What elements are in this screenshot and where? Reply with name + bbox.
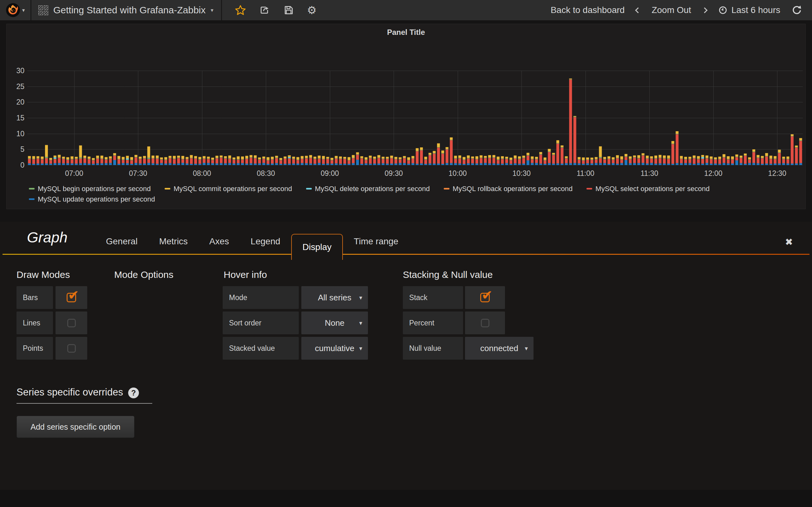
tab-display[interactable]: Display xyxy=(291,234,343,260)
y-tick-label: 5 xyxy=(10,145,24,154)
tab-legend[interactable]: Legend xyxy=(240,234,291,249)
checkbox-icon: ✔ xyxy=(480,293,490,302)
save-button[interactable] xyxy=(283,4,294,16)
mode-options-title: Mode Options xyxy=(114,269,173,280)
draw-mode-lines-checkbox[interactable]: ✔ xyxy=(55,312,87,334)
legend-color-dash xyxy=(306,188,312,189)
dashboard-area: Panel Title 051015202530 07:0007:3008:00… xyxy=(0,20,812,222)
share-icon xyxy=(259,4,270,16)
legend-item-update[interactable]: MySQL update operations per second xyxy=(29,195,155,204)
grafana-logo-icon xyxy=(6,3,20,17)
dashboard-title-button[interactable]: Getting Started with Grafana-Zabbix ▾ xyxy=(32,0,221,20)
legend-item-rollback[interactable]: MySQL rollback operations per second xyxy=(444,185,572,193)
legend-item-commit[interactable]: MySQL commit operations per second xyxy=(165,185,292,193)
tab-general[interactable]: General xyxy=(95,234,148,249)
refresh-icon xyxy=(792,5,802,15)
time-shift-back-button[interactable] xyxy=(636,8,640,12)
time-range-button[interactable]: Last 6 hours xyxy=(718,5,780,15)
draw-mode-bars-checkbox[interactable]: ✔ xyxy=(55,286,87,309)
x-tick-label: 07:00 xyxy=(58,169,90,178)
chevron-down-icon: ▾ xyxy=(359,345,362,352)
legend-color-dash xyxy=(587,188,592,189)
legend-item-begin[interactable]: MySQL begin operations per second xyxy=(29,185,151,193)
draw-mode-points-label: Points xyxy=(16,337,53,360)
dashboard-title: Getting Started with Grafana-Zabbix xyxy=(53,5,206,15)
chevron-down-icon: ▾ xyxy=(211,8,213,13)
checkmark-icon: ✔ xyxy=(481,287,493,303)
legend-item-delete[interactable]: MySQL delete operations per second xyxy=(306,185,430,193)
tab-metrics[interactable]: Metrics xyxy=(148,234,199,249)
close-editor-button[interactable]: ✖ xyxy=(785,236,793,247)
dashboard-grid-icon xyxy=(38,5,48,15)
stacked-value-value: cumulative xyxy=(315,343,354,353)
hover-mode-value: All series xyxy=(318,293,351,302)
legend-label: MySQL rollback operations per second xyxy=(453,185,572,193)
x-tick-label: 08:00 xyxy=(186,169,218,178)
legend-row-1: MySQL begin operations per secondMySQL c… xyxy=(29,183,796,194)
percent-checkbox[interactable]: ✔ xyxy=(465,312,505,334)
save-icon xyxy=(283,4,294,16)
share-button[interactable] xyxy=(259,4,270,16)
null-value-value: connected xyxy=(480,343,518,353)
legend: MySQL begin operations per secondMySQL c… xyxy=(29,183,796,205)
back-to-dashboard-label: Back to dashboard xyxy=(551,5,625,15)
stacked-value-select[interactable]: cumulative ▾ xyxy=(301,337,368,360)
star-button[interactable] xyxy=(235,4,246,16)
x-tick-label: 12:00 xyxy=(698,169,729,178)
graph-panel: Panel Title 051015202530 07:0007:3008:00… xyxy=(6,24,806,209)
stack-label: Stack xyxy=(403,286,463,309)
stack-checkbox[interactable]: ✔ xyxy=(465,286,505,309)
x-tick-label: 11:30 xyxy=(633,169,665,178)
legend-color-dash xyxy=(29,199,35,200)
legend-row-2: MySQL update operations per second xyxy=(29,194,796,205)
clock-icon xyxy=(718,5,728,15)
draw-mode-lines-label: Lines xyxy=(16,312,53,334)
y-tick-label: 20 xyxy=(10,98,24,107)
chevron-right-icon xyxy=(702,7,707,13)
grafana-menu-button[interactable]: ▾ xyxy=(0,0,31,20)
zoom-out-button[interactable]: Zoom Out xyxy=(652,5,691,15)
x-tick-label: 07:30 xyxy=(122,169,154,178)
legend-item-select[interactable]: MySQL select operations per second xyxy=(587,185,710,193)
chevron-down-icon: ▾ xyxy=(525,345,528,352)
legend-color-dash xyxy=(29,188,35,189)
legend-label: MySQL select operations per second xyxy=(595,185,710,193)
time-shift-forward-button[interactable] xyxy=(703,8,707,12)
checkbox-icon: ✔ xyxy=(67,344,76,353)
settings-button[interactable]: ⚙ xyxy=(307,4,316,16)
legend-label: MySQL delete operations per second xyxy=(315,185,430,193)
refresh-button[interactable] xyxy=(792,5,802,15)
chevron-down-icon: ▾ xyxy=(359,320,362,327)
zoom-out-label: Zoom Out xyxy=(652,5,691,15)
checkbox-icon: ✔ xyxy=(67,293,76,302)
panel-editor: Graph General Metrics Axes Legend Displa… xyxy=(0,222,812,490)
y-tick-label: 25 xyxy=(10,82,24,91)
add-series-override-button[interactable]: Add series specific option xyxy=(16,416,135,438)
chevron-down-icon: ▾ xyxy=(359,294,362,301)
legend-color-dash xyxy=(444,188,450,189)
hover-mode-select[interactable]: All series ▾ xyxy=(301,286,368,309)
panel-title[interactable]: Panel Title xyxy=(7,28,805,37)
legend-label: MySQL begin operations per second xyxy=(38,185,151,193)
null-value-label: Null value xyxy=(403,337,463,360)
navbar-right-group: Back to dashboard Zoom Out Last 6 hours xyxy=(551,5,812,15)
top-navbar: ▾ Getting Started with Grafana-Zabbix ▾ xyxy=(0,0,812,20)
bars-canvas[interactable] xyxy=(27,71,803,165)
tab-time-range[interactable]: Time range xyxy=(343,234,409,249)
checkbox-icon: ✔ xyxy=(67,319,76,327)
x-tick-label: 10:30 xyxy=(506,169,537,178)
draw-mode-points-checkbox[interactable]: ✔ xyxy=(55,337,87,360)
stacked-value-label: Stacked value xyxy=(223,337,299,360)
draw-modes-title: Draw Modes xyxy=(16,269,70,280)
x-tick-label: 08:30 xyxy=(250,169,282,178)
tabs-underline xyxy=(3,254,809,255)
null-value-select[interactable]: connected ▾ xyxy=(465,337,534,360)
help-icon[interactable]: ? xyxy=(128,388,139,398)
back-to-dashboard-button[interactable]: Back to dashboard xyxy=(551,5,625,15)
hover-mode-label: Mode xyxy=(223,286,299,309)
checkbox-icon: ✔ xyxy=(481,319,490,327)
sort-order-value: None xyxy=(325,318,345,328)
sort-order-select[interactable]: None ▾ xyxy=(301,312,368,334)
tab-axes[interactable]: Axes xyxy=(199,234,240,249)
overrides-divider xyxy=(16,403,152,404)
